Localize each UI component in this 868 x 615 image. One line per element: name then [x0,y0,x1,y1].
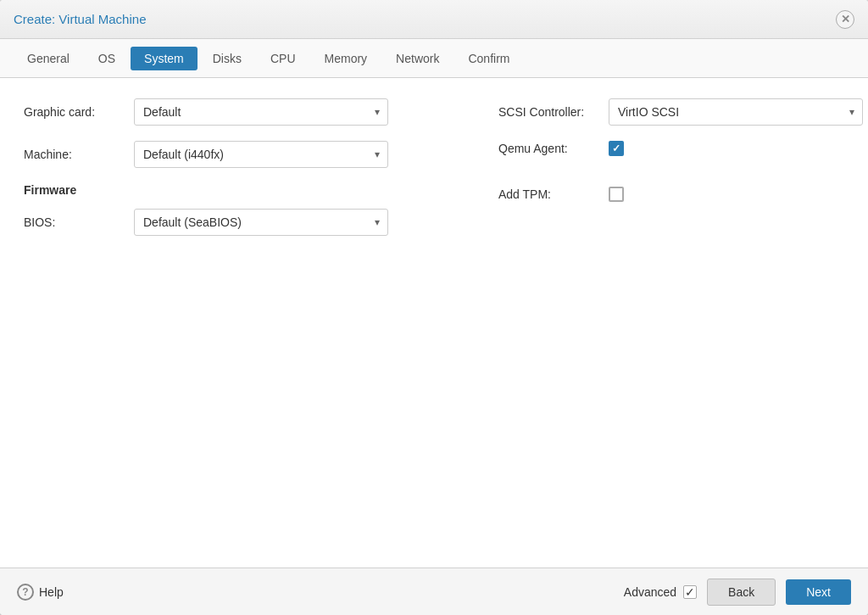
qemu-agent-checkbox[interactable]: ✓ [609,141,624,156]
qemu-agent-label: Qemu Agent: [498,142,609,155]
tab-os[interactable]: OS [85,47,129,70]
form-content: Graphic card: Default VirtIO-GPU SPICE N… [0,78,868,567]
footer-right: Advanced ✓ Back Next [624,579,851,606]
scsi-controller-row: SCSI Controller: VirtIO SCSI LSI 53C895A… [498,98,863,126]
advanced-checkmark: ✓ [685,585,695,599]
advanced-checkbox[interactable]: ✓ [683,585,697,599]
help-label: Help [39,585,64,599]
tab-network[interactable]: Network [382,47,453,70]
tab-cpu[interactable]: CPU [257,47,309,70]
help-button[interactable]: ? Help [17,584,64,601]
left-column: Graphic card: Default VirtIO-GPU SPICE N… [24,98,448,251]
tab-general[interactable]: General [14,47,83,70]
qemu-agent-checkmark: ✓ [612,143,620,154]
bios-row: BIOS: Default (SeaBIOS) OVMF (UEFI) [24,209,448,236]
dialog: Create: Virtual Machine ✕ General OS Sys… [0,0,868,615]
scsi-select-wrapper: VirtIO SCSI LSI 53C895A MegaRAID SAS 870… [609,98,863,126]
form-columns: Graphic card: Default VirtIO-GPU SPICE N… [24,98,844,251]
advanced-label: Advanced [624,585,676,599]
tab-system[interactable]: System [131,47,198,70]
machine-row: Machine: Default (i440fx) q35 [24,141,448,168]
tabs-bar: General OS System Disks CPU Memory Netwo… [0,39,868,78]
add-tpm-checkbox-wrapper [609,187,624,202]
tab-confirm[interactable]: Confirm [454,47,523,70]
machine-select[interactable]: Default (i440fx) q35 [134,141,388,168]
tab-disks[interactable]: Disks [199,47,255,70]
bios-select[interactable]: Default (SeaBIOS) OVMF (UEFI) [134,209,388,236]
graphic-card-label: Graphic card: [24,105,134,119]
scsi-controller-select[interactable]: VirtIO SCSI LSI 53C895A MegaRAID SAS 870… [609,98,863,126]
scsi-controller-label: SCSI Controller: [498,105,609,119]
qemu-agent-row: Qemu Agent: ✓ [498,141,863,156]
firmware-heading: Firmware [24,183,448,197]
graphic-card-select-wrapper: Default VirtIO-GPU SPICE None [134,98,388,126]
machine-select-wrapper: Default (i440fx) q35 [134,141,388,168]
bios-select-wrapper: Default (SeaBIOS) OVMF (UEFI) [134,209,388,236]
add-tpm-checkbox[interactable] [609,187,624,202]
advanced-section: Advanced ✓ [624,585,697,599]
tab-memory[interactable]: Memory [311,47,381,70]
add-tpm-row: Add TPM: [498,187,863,202]
title-bar: Create: Virtual Machine ✕ [0,0,868,39]
help-icon: ? [17,584,34,601]
bios-label: BIOS: [24,215,134,229]
graphic-card-select[interactable]: Default VirtIO-GPU SPICE None [134,98,388,126]
close-button[interactable]: ✕ [836,10,854,29]
right-column: SCSI Controller: VirtIO SCSI LSI 53C895A… [448,98,863,251]
add-tpm-label: Add TPM: [498,187,609,201]
back-button[interactable]: Back [707,579,776,606]
machine-label: Machine: [24,148,134,161]
dialog-title: Create: Virtual Machine [14,12,146,26]
footer: ? Help Advanced ✓ Back Next [0,567,868,615]
graphic-card-row: Graphic card: Default VirtIO-GPU SPICE N… [24,98,448,126]
qemu-agent-checkbox-wrapper: ✓ [609,141,624,156]
close-icon: ✕ [841,13,850,25]
next-button[interactable]: Next [786,579,851,605]
